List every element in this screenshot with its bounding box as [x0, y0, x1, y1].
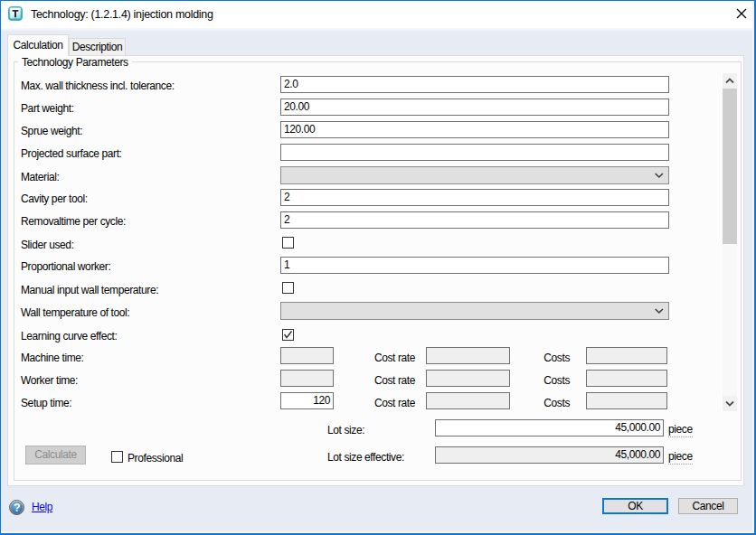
svg-text:?: ?: [14, 502, 20, 514]
